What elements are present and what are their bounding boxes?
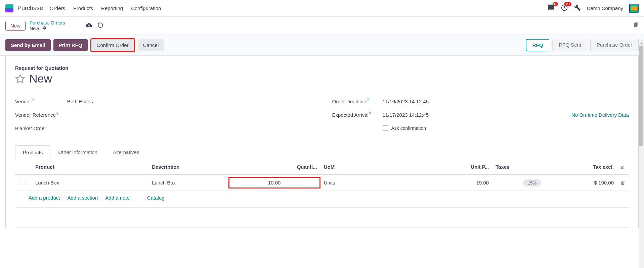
messages-badge: 6 — [553, 2, 558, 6]
nav-item-reporting[interactable]: Reporting — [101, 5, 123, 11]
table-header-row: Product Description Quanti... UoM Unit P… — [15, 159, 629, 175]
ask-confirmation-label: Ask confirmation — [391, 125, 426, 131]
th-uom[interactable]: UoM — [320, 159, 413, 175]
star-icon[interactable] — [15, 74, 25, 84]
status-rfq-sent[interactable]: RFQ Sent — [552, 39, 590, 51]
discard-icon[interactable] — [97, 22, 103, 29]
cell-product[interactable]: Lunch Box — [32, 175, 148, 191]
messages-icon[interactable]: 6 — [547, 4, 555, 12]
breadcrumb-current: New — [30, 26, 39, 31]
breadcrumb-current-row: New — [30, 25, 65, 31]
quantity-input[interactable]: 10.00 — [228, 177, 320, 189]
cell-description[interactable]: Lunch Box — [148, 175, 228, 191]
cell-delete[interactable]: 🗑 — [617, 175, 629, 191]
activities-badge: 23 — [564, 2, 571, 6]
cell-taxes[interactable]: 15% — [492, 175, 572, 191]
expected-arrival-row: Expected Arrival? 11/17/2023 14:12:45 No… — [332, 108, 629, 121]
sheet-wrapper: Request for Quotation New Vendor? Beth E… — [0, 56, 644, 242]
ask-confirmation-row: Ask confirmation — [332, 121, 629, 135]
company-selector[interactable]: Demo Company — [587, 5, 623, 11]
cell-tax-excl: $ 190.00 — [572, 175, 617, 191]
blanket-order-row: Blanket Order — [15, 121, 312, 135]
cancel-button[interactable]: Cancel — [138, 39, 164, 51]
tab-alternatives[interactable]: Alternatives — [105, 145, 147, 159]
title-row: New — [15, 72, 629, 85]
scroll-thumb[interactable] — [639, 46, 643, 146]
help-icon[interactable]: ? — [56, 112, 58, 115]
th-unit-price[interactable]: Unit P... — [413, 159, 492, 175]
user-avatar[interactable] — [629, 4, 639, 13]
form-sheet: Request for Quotation New Vendor? Beth E… — [5, 56, 639, 228]
th-drag — [15, 159, 32, 175]
status-bar: RFQ RFQ Sent Purchase Order — [526, 39, 639, 51]
delivery-data-link[interactable]: No On-time Delivery Data — [571, 112, 629, 118]
expected-arrival-label-text: Expected Arrival — [332, 112, 369, 118]
help-icon[interactable]: ? — [369, 112, 371, 115]
new-button[interactable]: New — [5, 21, 26, 31]
trash-icon[interactable]: 🗑 — [620, 180, 626, 185]
cell-quantity[interactable]: 10.00 — [228, 175, 320, 191]
expected-arrival-field[interactable]: 11/17/2023 14:12:45 — [383, 112, 429, 118]
catalog-link[interactable]: Catalog — [147, 195, 165, 201]
nav-item-products[interactable]: Products — [73, 5, 93, 11]
status-purchase-order[interactable]: Purchase Order — [590, 39, 639, 51]
navbar: Purchase Orders Products Reporting Confi… — [0, 0, 644, 17]
vendor-ref-label-text: Vendor Reference — [15, 112, 56, 118]
form-right: Order Deadline? 11/16/2023 14:12:45 Expe… — [332, 95, 629, 135]
empty-footer-row — [15, 208, 629, 228]
vendor-field[interactable]: Beth Evans — [67, 99, 93, 104]
breadcrumb-bar: New Purchase Orders New — [0, 17, 644, 35]
app-logo[interactable] — [5, 4, 13, 12]
ask-confirmation-check: Ask confirmation — [383, 125, 426, 131]
bookmark-icon[interactable] — [633, 22, 639, 30]
th-quantity[interactable]: Quanti... — [228, 159, 320, 175]
order-lines-table: Product Description Quanti... UoM Unit P… — [15, 159, 629, 191]
scroll-up-icon[interactable]: ▲ — [639, 40, 644, 46]
cloud-save-icon[interactable] — [86, 22, 92, 29]
send-email-button[interactable]: Send by Email — [5, 39, 51, 51]
breadcrumb-actions — [86, 22, 103, 29]
action-bar: Send by Email Print RFQ Confirm Order Ca… — [0, 35, 644, 56]
nav-right: 6 23 Demo Company — [547, 4, 639, 13]
tax-badge[interactable]: 15% — [523, 179, 541, 186]
th-expand[interactable]: ⇄ — [617, 159, 629, 175]
activities-icon[interactable]: 23 — [561, 4, 568, 12]
gear-icon[interactable] — [42, 25, 46, 31]
breadcrumb-link[interactable]: Purchase Orders — [30, 20, 65, 25]
form-grid: Vendor? Beth Evans Vendor Reference? Bla… — [15, 95, 629, 135]
nav-menu: Orders Products Reporting Configuration — [50, 5, 547, 11]
drag-handle-icon[interactable]: ⋮⋮ — [15, 175, 32, 191]
th-taxes[interactable]: Taxes — [492, 159, 572, 175]
cell-uom[interactable]: Units — [320, 175, 413, 191]
add-product-link[interactable]: Add a product — [29, 195, 60, 201]
order-deadline-field[interactable]: 11/16/2023 14:12:45 — [383, 99, 429, 104]
confirm-order-button[interactable]: Confirm Order — [90, 38, 135, 52]
svg-marker-1 — [16, 74, 25, 83]
cell-unit-price[interactable]: 19.00 — [413, 175, 492, 191]
nav-item-configuration[interactable]: Configuration — [131, 5, 161, 11]
app-title[interactable]: Purchase — [17, 5, 43, 12]
add-note-link[interactable]: Add a note — [105, 195, 130, 201]
table-row[interactable]: ⋮⋮ Lunch Box Lunch Box 10.00 Units 19.00… — [15, 175, 629, 191]
order-deadline-label-text: Order Deadline — [332, 99, 367, 104]
ask-confirmation-checkbox[interactable] — [383, 125, 388, 131]
expected-arrival-label: Expected Arrival? — [332, 112, 383, 118]
status-rfq[interactable]: RFQ — [526, 39, 553, 51]
help-icon[interactable]: ? — [367, 98, 369, 102]
order-deadline-row: Order Deadline? 11/16/2023 14:12:45 — [332, 95, 629, 108]
print-rfq-button[interactable]: Print RFQ — [53, 39, 88, 51]
scrollbar[interactable]: ▲ — [639, 40, 644, 242]
nav-item-orders[interactable]: Orders — [50, 5, 65, 11]
th-tax-excl[interactable]: Tax excl. — [572, 159, 617, 175]
tab-other-info[interactable]: Other Information — [50, 145, 105, 159]
add-section-link[interactable]: Add a section — [67, 195, 98, 201]
tools-icon[interactable] — [574, 4, 581, 12]
breadcrumb: Purchase Orders New — [30, 20, 65, 31]
th-product[interactable]: Product — [32, 159, 148, 175]
tab-products[interactable]: Products — [15, 145, 50, 159]
vendor-ref-row: Vendor Reference? — [15, 108, 312, 121]
row-actions: Add a product Add a section Add a note C… — [15, 191, 629, 208]
help-icon[interactable]: ? — [32, 98, 34, 102]
expand-columns-icon[interactable]: ⇄ — [620, 165, 624, 170]
th-description[interactable]: Description — [148, 159, 228, 175]
